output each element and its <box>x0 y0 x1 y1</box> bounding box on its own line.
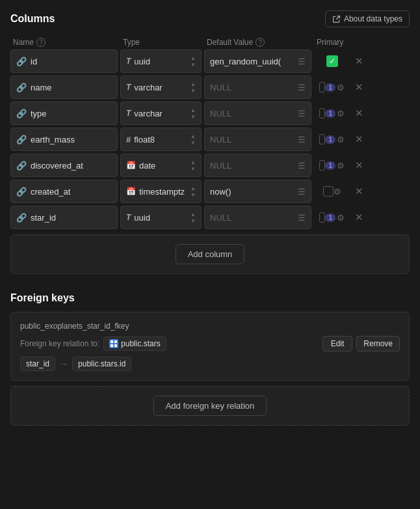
link-icon[interactable]: 🔗 <box>16 213 27 223</box>
list-icon[interactable]: ☰ <box>298 83 306 92</box>
badge-container: 1 ⚙ <box>325 213 345 223</box>
fk-relation-left: Foreign key relation to: public.stars <box>20 337 166 351</box>
list-icon[interactable]: ☰ <box>298 213 306 223</box>
list-icon[interactable]: ☰ <box>298 187 306 197</box>
header-type: Type <box>123 38 204 47</box>
constraint-badge[interactable]: 1 <box>325 213 335 222</box>
gear-icon[interactable]: ⚙ <box>337 213 345 223</box>
type-value: date <box>139 161 155 171</box>
link-icon[interactable]: 🔗 <box>16 135 27 144</box>
foreign-keys-title: Foreign keys <box>10 292 410 304</box>
fk-table-badge: public.stars <box>103 337 166 351</box>
default-cell: NULL ☰ <box>204 128 311 151</box>
primary-checkbox[interactable] <box>319 212 325 223</box>
constraint-badge[interactable]: 1 <box>325 109 335 118</box>
link-icon[interactable]: 🔗 <box>16 109 27 118</box>
gear-icon[interactable]: ⚙ <box>337 109 345 118</box>
type-left: T varchar <box>126 109 163 118</box>
type-left: 📅 date <box>126 161 155 171</box>
gear-icon[interactable]: ⚙ <box>334 187 341 197</box>
fk-actions: Edit Remove <box>322 336 400 351</box>
foreign-keys-section: Foreign keys public_exoplanets_star_id_f… <box>10 292 410 426</box>
delete-row-button[interactable]: ✕ <box>352 159 366 171</box>
type-text-icon: T <box>126 213 131 222</box>
gear-icon[interactable]: ⚙ <box>337 83 345 92</box>
constraint-badge[interactable]: 1 <box>325 83 335 92</box>
column-name: created_at <box>31 187 70 197</box>
about-data-types-button[interactable]: About data types <box>325 10 410 27</box>
add-column-button[interactable]: Add column <box>176 244 245 264</box>
list-icon[interactable]: ☰ <box>298 161 306 171</box>
default-value: NULL <box>210 161 231 171</box>
type-text-icon: T <box>126 57 131 66</box>
type-value: varchar <box>134 109 162 118</box>
type-cell[interactable]: 📅 timestamptz ▲ ▼ <box>120 180 202 203</box>
type-cell[interactable]: T varchar ▲ ▼ <box>120 76 202 99</box>
gear-icon[interactable]: ⚙ <box>337 135 345 144</box>
foreign-keys-list: public_exoplanets_star_id_fkey Foreign k… <box>10 312 410 381</box>
add-column-section: Add column <box>10 234 410 274</box>
primary-checkbox[interactable] <box>323 186 334 197</box>
primary-cell: ⚙ <box>314 180 350 203</box>
name-cell: 🔗 star_id <box>10 206 118 229</box>
type-value: timestamptz <box>139 187 185 197</box>
column-name: type <box>31 109 47 118</box>
primary-cell: 1 ⚙ <box>314 154 350 177</box>
link-icon[interactable]: 🔗 <box>16 187 27 197</box>
list-icon[interactable]: ☰ <box>298 135 306 144</box>
badge-container: 1 ⚙ <box>325 135 345 144</box>
primary-checkbox[interactable] <box>319 82 325 92</box>
type-cell[interactable]: T uuid ▲ ▼ <box>120 206 202 229</box>
primary-checkbox[interactable] <box>319 108 325 118</box>
delete-row-button[interactable]: ✕ <box>352 133 366 144</box>
default-help-icon[interactable]: ? <box>256 38 265 47</box>
link-icon[interactable]: 🔗 <box>16 83 27 92</box>
delete-row-button[interactable]: ✕ <box>352 107 366 118</box>
name-help-icon[interactable]: ? <box>36 38 46 47</box>
primary-checkbox[interactable] <box>319 160 325 171</box>
fk-relation-label: Foreign key relation to: <box>20 339 99 348</box>
remove-fk-button[interactable]: Remove <box>356 336 400 351</box>
column-headers: Name ? Type Default Value ? Primary <box>10 38 410 47</box>
list-icon[interactable]: ☰ <box>298 57 306 66</box>
gear-icon[interactable]: ⚙ <box>337 161 345 171</box>
type-stepper[interactable]: ▲ ▼ <box>190 133 196 146</box>
type-stepper[interactable]: ▲ ▼ <box>190 107 196 120</box>
default-cell: NULL ☰ <box>204 206 311 229</box>
svg-rect-3 <box>114 344 117 347</box>
edit-fk-button[interactable]: Edit <box>322 336 353 351</box>
add-foreign-key-button[interactable]: Add foreign key relation <box>153 396 267 416</box>
delete-row-button[interactable]: ✕ <box>352 186 366 197</box>
table-row: 🔗 star_id T uuid ▲ ▼ NULL ☰ 1 ⚙ ✕ <box>10 206 410 229</box>
delete-row-button[interactable]: ✕ <box>352 212 366 223</box>
delete-row-cell: ✕ <box>352 159 372 171</box>
primary-checkbox-checked[interactable]: ✓ <box>326 55 338 67</box>
primary-cell: 1 ⚙ <box>314 128 350 151</box>
column-name: discovered_at <box>31 161 83 171</box>
type-cell[interactable]: T uuid ▲ ▼ <box>120 49 202 73</box>
constraint-badge[interactable]: 1 <box>325 161 335 170</box>
table-icon <box>109 339 118 348</box>
constraint-badge[interactable]: 1 <box>325 135 335 144</box>
type-stepper[interactable]: ▲ ▼ <box>190 186 196 198</box>
type-stepper[interactable]: ▲ ▼ <box>190 212 196 224</box>
delete-row-cell: ✕ <box>352 107 372 119</box>
type-left: T varchar <box>126 83 163 92</box>
type-stepper[interactable]: ▲ ▼ <box>190 159 196 172</box>
table-row: 🔗 id T uuid ▲ ▼ gen_random_uuid( ☰ ✓✕ <box>10 49 410 73</box>
type-cell[interactable]: 📅 date ▲ ▼ <box>120 154 202 177</box>
delete-row-button[interactable]: ✕ <box>352 81 366 92</box>
type-stepper[interactable]: ▲ ▼ <box>190 55 196 68</box>
link-icon[interactable]: 🔗 <box>16 161 27 171</box>
link-icon[interactable]: 🔗 <box>16 57 27 66</box>
primary-cell: ✓ <box>314 49 350 73</box>
type-cell[interactable]: # float8 ▲ ▼ <box>120 128 202 151</box>
list-icon[interactable]: ☰ <box>298 109 306 118</box>
delete-row-button[interactable]: ✕ <box>352 55 366 66</box>
svg-rect-1 <box>114 340 117 343</box>
table-row: 🔗 discovered_at 📅 date ▲ ▼ NULL ☰ 1 ⚙ ✕ <box>10 154 410 177</box>
type-cell[interactable]: T varchar ▲ ▼ <box>120 102 202 125</box>
name-cell: 🔗 name <box>10 76 118 99</box>
primary-checkbox[interactable] <box>319 134 325 144</box>
type-stepper[interactable]: ▲ ▼ <box>190 81 196 94</box>
